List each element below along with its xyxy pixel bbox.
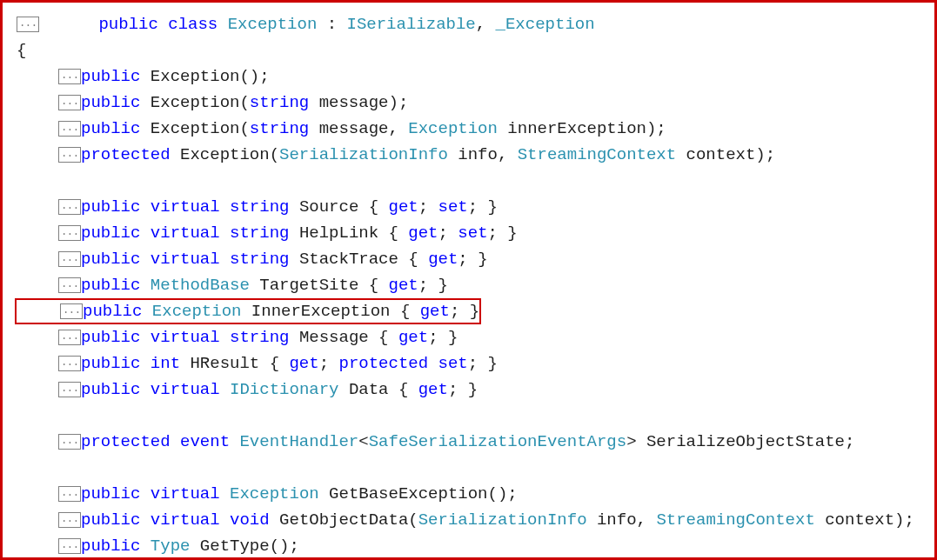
fold-icon[interactable]: ...	[58, 356, 81, 371]
code-container: ... public class Exception : ISerializab…	[0, 0, 937, 560]
code-line: ...public virtual IDictionary Data { get…	[17, 377, 920, 403]
code-text: public class Exception : ISerializable, …	[39, 0, 595, 63]
code-line: ...public Exception();	[17, 63, 920, 90]
code-line: ...public virtual string HelpLink { get;…	[17, 220, 920, 246]
code-line: ...public Exception(string message);	[17, 90, 920, 116]
blank-line	[17, 168, 920, 194]
fold-icon[interactable]: ...	[58, 121, 81, 137]
fold-icon[interactable]: ...	[58, 147, 81, 163]
code-text: public Exception(string message, Excepti…	[81, 116, 666, 142]
fold-icon[interactable]: ...	[58, 277, 81, 293]
code-text: public virtual string StackTrace { get; …	[81, 246, 488, 272]
code-line: ...public virtual Exception GetBaseExcep…	[17, 481, 920, 507]
code-text: public virtual IDictionary Data { get; }	[81, 377, 478, 403]
code-text: public virtual string Message { get; }	[81, 324, 458, 350]
code-line: ...public MethodBase TargetSite { get; }	[17, 272, 920, 298]
fold-icon[interactable]: ...	[60, 303, 83, 319]
code-line: ...public virtual void GetObjectData(Ser…	[17, 507, 920, 533]
code-line: ...public virtual string Source { get; s…	[17, 194, 920, 220]
code-line: ...public Type GetType();	[17, 533, 920, 559]
fold-icon[interactable]: ...	[58, 251, 81, 267]
fold-icon[interactable]: ...	[58, 95, 81, 110]
code-text: protected event EventHandler<SafeSeriali…	[81, 429, 854, 455]
code-text: public virtual void GetObjectData(Serial…	[81, 507, 914, 533]
fold-icon[interactable]: ...	[58, 486, 81, 502]
fold-icon[interactable]: ...	[58, 434, 81, 450]
fold-icon[interactable]: ...	[58, 538, 81, 554]
code-text: public Exception();	[81, 63, 270, 90]
code-text: public int HResult { get; protected set;…	[81, 350, 498, 377]
code-text: public Exception(string message);	[81, 90, 408, 116]
blank-line	[17, 403, 920, 429]
code-text: public MethodBase TargetSite { get; }	[81, 272, 448, 298]
fold-icon[interactable]: ...	[17, 17, 39, 32]
code-text: public virtual string Source { get; set;…	[81, 194, 498, 220]
fold-icon[interactable]: ...	[58, 69, 81, 84]
code-text: protected Exception(SerializationInfo in…	[81, 142, 775, 168]
code-line: ...public int HResult { get; protected s…	[17, 350, 920, 377]
event-line: ... protected event EventHandler<SafeSer…	[17, 429, 920, 455]
code-text: public virtual string HelpLink { get; se…	[81, 220, 518, 246]
code-line: ...protected Exception(SerializationInfo…	[17, 142, 920, 168]
code-line: ...public virtual string StackTrace { ge…	[17, 246, 920, 272]
blank-line	[17, 455, 920, 481]
highlighted-line: ... public Exception InnerException { ge…	[15, 298, 481, 324]
code-line: ...public Exception(string message, Exce…	[17, 116, 920, 142]
fold-icon[interactable]: ...	[58, 512, 81, 528]
fold-icon[interactable]: ...	[58, 199, 81, 215]
fold-icon[interactable]: ...	[58, 382, 81, 397]
class-declaration-line: ... public class Exception : ISerializab…	[17, 11, 920, 37]
code-text: public Exception InnerException { get; }	[83, 298, 479, 324]
code-text: public virtual Exception GetBaseExceptio…	[81, 481, 518, 507]
code-line: ...public virtual string Message { get; …	[17, 324, 920, 350]
fold-icon[interactable]: ...	[58, 225, 81, 241]
fold-icon[interactable]: ...	[58, 330, 81, 345]
code-text: public Type GetType();	[81, 533, 299, 559]
